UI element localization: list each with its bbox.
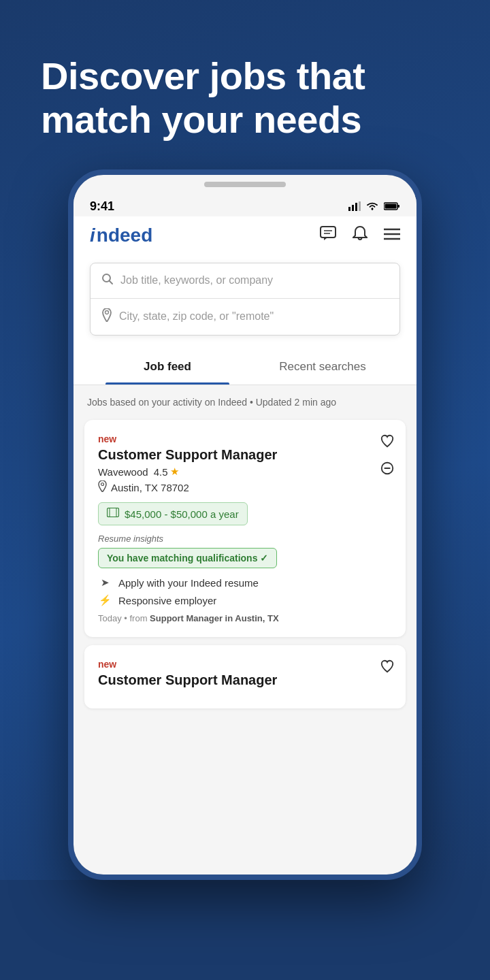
phone-screen: 9:41 (74, 194, 416, 875)
job-location-row-1: Austin, TX 78702 (98, 480, 392, 494)
svg-rect-20 (108, 508, 119, 517)
job-card-1[interactable]: new Customer Support Manager Wavewood 4.… (84, 420, 406, 637)
status-icons (348, 201, 400, 211)
svg-line-15 (110, 280, 113, 284)
job-footer-1: Today • from Support Manager in Austin, … (98, 613, 392, 623)
feature-row-2: ⚡ Responsive employer (98, 594, 392, 606)
rating-star-icon: ★ (170, 466, 179, 478)
salary-icon (107, 508, 119, 520)
svg-point-19 (101, 483, 104, 486)
svg-rect-3 (359, 201, 361, 211)
job-company-row-1: Wavewood 4.5 ★ (98, 466, 392, 478)
job-location-text-1: Austin, TX 78702 (111, 482, 189, 493)
keyword-search-row[interactable]: Job title, keywords, or company (91, 263, 399, 299)
notch-bar (204, 182, 286, 187)
tabs-section: Job feed Recent searches (74, 349, 416, 385)
status-time: 9:41 (90, 199, 114, 214)
job-location-icon-1 (98, 480, 107, 494)
location-search-icon (101, 308, 112, 325)
job-title-1: Customer Support Manager (98, 447, 392, 463)
feature-text-1: Apply with your Indeed resume (118, 577, 259, 589)
card-actions-2 (380, 659, 395, 678)
feed-subtitle: Jobs based on your activity on Indeed • … (84, 396, 406, 410)
responsive-icon: ⚡ (98, 594, 112, 606)
search-keyword-icon (101, 273, 114, 289)
svg-rect-1 (352, 205, 354, 211)
resume-insights-label: Resume insights (98, 534, 392, 544)
card-actions-1 (380, 434, 395, 480)
logo-rest: ndeed (97, 225, 152, 246)
tab-job-feed[interactable]: Job feed (90, 349, 245, 385)
svg-rect-7 (385, 204, 397, 209)
signal-icon (348, 201, 361, 211)
keyword-input[interactable]: Job title, keywords, or company (120, 274, 273, 287)
matching-badge: You have matching qualifications ✓ (98, 548, 277, 568)
svg-point-16 (105, 310, 109, 314)
company-name-1: Wavewood (98, 466, 148, 478)
status-bar: 9:41 (74, 194, 416, 216)
search-section: Job title, keywords, or company City, st… (74, 255, 416, 349)
location-input[interactable]: City, state, zip code, or "remote" (119, 310, 274, 323)
salary-badge-1: $45,000 - $50,000 a year (98, 502, 248, 525)
feed-section: Jobs based on your activity on Indeed • … (74, 385, 416, 728)
indeed-logo: i ndeed (90, 225, 152, 246)
svg-rect-6 (397, 205, 399, 208)
job-badge-2: new (98, 659, 392, 670)
job-title-2: Customer Support Manager (98, 672, 392, 688)
hero-section: Discover jobs that match your needs 9:41 (0, 0, 490, 880)
svg-rect-0 (348, 207, 350, 211)
location-search-row[interactable]: City, state, zip code, or "remote" (91, 299, 399, 335)
wifi-icon (366, 201, 378, 211)
search-box: Job title, keywords, or company City, st… (90, 263, 400, 336)
svg-rect-2 (355, 203, 357, 211)
phone-mockup: 9:41 (41, 169, 449, 880)
company-rating-1: 4.5 ★ (154, 466, 179, 478)
hero-title: Discover jobs that match your needs (41, 54, 449, 142)
phone-notch (74, 175, 416, 194)
job-card-2[interactable]: new Customer Support Manager (84, 645, 406, 708)
messages-icon[interactable] (320, 226, 336, 245)
dismiss-job-icon[interactable] (380, 461, 395, 480)
svg-point-4 (372, 208, 374, 210)
app-header: i ndeed (74, 216, 416, 255)
phone-frame: 9:41 (68, 169, 422, 880)
save-job-icon-2[interactable] (380, 659, 395, 678)
feature-text-2: Responsive employer (118, 595, 216, 606)
notifications-icon[interactable] (353, 225, 368, 246)
menu-icon[interactable] (384, 227, 400, 244)
battery-icon (384, 201, 400, 211)
job-badge-1: new (98, 434, 392, 444)
svg-rect-8 (321, 227, 336, 238)
feature-row-1: ➤ Apply with your Indeed resume (98, 576, 392, 589)
save-job-icon[interactable] (380, 434, 395, 453)
logo-i: i (90, 225, 95, 246)
tab-recent-searches[interactable]: Recent searches (245, 349, 400, 385)
header-icons (320, 225, 400, 246)
apply-icon: ➤ (98, 576, 112, 589)
